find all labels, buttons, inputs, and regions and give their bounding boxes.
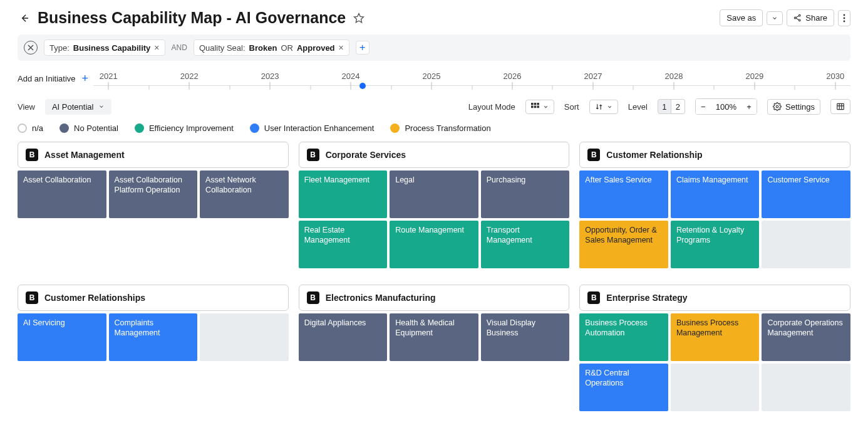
capability-cell[interactable]: Asset Collaboration	[18, 170, 106, 218]
capability-cell[interactable]: After Sales Service	[579, 170, 668, 218]
close-icon[interactable]: ×	[339, 43, 344, 53]
capability-cell[interactable]: Corporate Operations Management	[762, 313, 850, 361]
clear-filters-button[interactable]	[24, 41, 38, 55]
legend-swatch-proc	[390, 123, 400, 133]
zoom-out-button[interactable]: −	[696, 99, 711, 114]
capability-grid: After Sales ServiceClaims ManagementCust…	[579, 170, 850, 268]
add-initiative: Add an Initiative +	[18, 72, 88, 85]
capability-cell[interactable]: Opportunity, Order & Sales Management	[579, 221, 668, 268]
sort-select[interactable]	[589, 100, 618, 114]
capability-cell[interactable]: Real Estate Management	[299, 221, 388, 268]
capability-cell[interactable]: Business Process Management	[671, 313, 760, 361]
add-filter-button[interactable]: +	[356, 41, 369, 55]
timeline-minor-tick	[148, 85, 149, 90]
capability-cell-empty	[200, 313, 289, 361]
capability-cell-empty	[762, 221, 850, 268]
capability-cell[interactable]: Health & Medical Equipment	[390, 313, 478, 361]
legend-item-user-interaction[interactable]: User Interaction Enhancement	[250, 123, 375, 133]
timeline[interactable]: 2021202220232024202520262027202820292030	[93, 67, 850, 90]
legend-item-na[interactable]: n/a	[18, 123, 43, 133]
sort-label: Sort	[564, 102, 579, 112]
chevron-down-icon	[607, 104, 612, 110]
group-title: Electronics Manufacturing	[326, 293, 436, 303]
capability-cell[interactable]: Visual Display Business	[481, 313, 570, 361]
group-header[interactable]: BEnterprise Strategy	[579, 285, 850, 311]
capability-grid: AI ServicingComplaints Management	[18, 313, 289, 361]
capability-cell[interactable]: Retention & Loyalty Programs	[671, 221, 760, 268]
capability-cell[interactable]: Fleet Management	[299, 170, 388, 218]
filter-chip-type[interactable]: Type: Business Capability ×	[44, 39, 165, 56]
timeline-year: 2026	[504, 71, 522, 90]
capability-cell[interactable]: Customer Service	[762, 170, 850, 218]
group-header[interactable]: BCustomer Relationships	[18, 285, 289, 311]
capability-cell[interactable]: Transport Management	[481, 221, 570, 268]
zoom-in-button[interactable]: +	[741, 99, 757, 114]
group-title: Customer Relationships	[44, 293, 145, 303]
capability-group: BCustomer RelationshipsAI ServicingCompl…	[18, 285, 289, 411]
group-header[interactable]: BAsset Management	[18, 142, 289, 168]
timeline-year: 2027	[584, 71, 602, 90]
back-button[interactable]	[18, 11, 31, 25]
star-icon	[353, 13, 364, 24]
capability-cell[interactable]: R&D Central Operations	[579, 364, 668, 411]
svg-rect-8	[537, 103, 539, 105]
svg-rect-6	[531, 103, 534, 105]
timeline-minor-tick	[552, 85, 553, 90]
capability-cell[interactable]: Digital Appliances	[299, 313, 388, 361]
legend-label: No Potential	[74, 123, 118, 133]
timeline-year: 2022	[180, 71, 199, 90]
timeline-year: 2030	[826, 71, 844, 90]
group-header[interactable]: BCorporate Services	[299, 142, 570, 168]
favorite-button[interactable]	[352, 11, 366, 25]
table-view-button[interactable]	[830, 99, 850, 114]
share-icon	[793, 14, 802, 22]
legend-swatch-eff	[135, 123, 144, 133]
layout-mode-label: Layout Mode	[468, 102, 515, 112]
group-header[interactable]: BCustomer Relationship	[579, 142, 850, 168]
capability-grid: Digital AppliancesHealth & Medical Equip…	[299, 313, 570, 361]
timeline-current-marker[interactable]	[359, 83, 366, 89]
capability-group: BCustomer RelationshipAfter Sales Servic…	[579, 142, 850, 268]
capability-cell[interactable]: AI Servicing	[18, 313, 106, 361]
svg-point-12	[776, 105, 778, 108]
capability-cell[interactable]: Claims Management	[671, 170, 760, 218]
capability-grid: Fleet ManagementLegalPurchasingReal Esta…	[299, 170, 570, 268]
save-as-caret-button[interactable]	[767, 11, 783, 25]
overflow-menu-button[interactable]	[838, 10, 850, 26]
legend-item-process-transformation[interactable]: Process Transformation	[390, 123, 490, 133]
level-1-button[interactable]: 1	[658, 99, 671, 114]
timeline-year: 2025	[423, 71, 441, 90]
filter-chip-key: Type:	[49, 43, 70, 53]
add-initiative-label: Add an Initiative	[18, 74, 76, 83]
filter-chip-quality-seal[interactable]: Quality Seal: Broken OR Approved ×	[194, 39, 349, 56]
svg-rect-13	[837, 103, 844, 109]
group-header[interactable]: BElectronics Manufacturing	[299, 285, 570, 311]
legend-item-efficiency[interactable]: Efficiency Improvement	[135, 123, 234, 133]
legend-swatch-user	[250, 123, 259, 133]
level-2-button[interactable]: 2	[671, 99, 685, 114]
layout-mode-select[interactable]	[525, 100, 554, 114]
add-initiative-button[interactable]: +	[82, 72, 89, 85]
zoom-value: 100%	[711, 99, 741, 114]
x-icon	[28, 45, 34, 51]
arrow-left-icon	[19, 13, 29, 23]
settings-button[interactable]: Settings	[767, 99, 820, 115]
save-as-label: Save as	[726, 13, 756, 23]
view-label: View	[18, 102, 35, 112]
capability-cell[interactable]: Asset Collaboration Platform Operation	[109, 170, 198, 218]
capability-cell[interactable]: Business Process Automation	[579, 313, 668, 361]
capability-cell[interactable]: Route Management	[390, 221, 478, 268]
capability-cell[interactable]: Legal	[390, 170, 478, 218]
save-as-button[interactable]: Save as	[720, 9, 763, 26]
svg-point-3	[844, 14, 845, 16]
group-type-badge: B	[307, 149, 319, 161]
view-select[interactable]: AI Potential	[45, 99, 112, 115]
share-button[interactable]: Share	[787, 9, 834, 26]
close-icon[interactable]: ×	[154, 43, 159, 53]
capability-cell[interactable]: Asset Network Collaboration	[200, 170, 289, 218]
capability-cell[interactable]: Complaints Management	[109, 313, 198, 361]
capability-cell[interactable]: Purchasing	[481, 170, 570, 218]
group-title: Asset Management	[44, 150, 125, 160]
legend-item-no-potential[interactable]: No Potential	[59, 123, 118, 133]
legend-label: Efficiency Improvement	[149, 123, 234, 133]
